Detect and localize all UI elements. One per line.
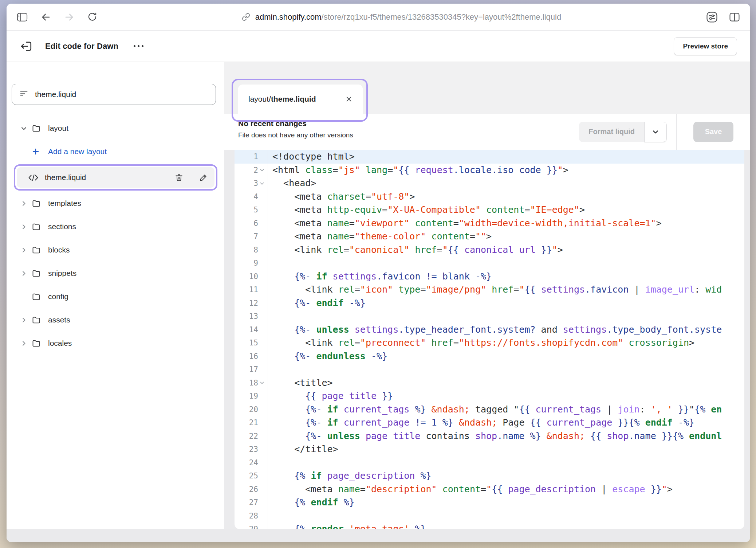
chevron-down-icon[interactable] — [20, 125, 31, 132]
fold-toggle-icon[interactable] — [258, 181, 265, 186]
split-view-icon[interactable] — [729, 12, 740, 22]
code-line[interactable]: 26 <meta name="description" content="{{ … — [235, 483, 744, 496]
sidebar-item-add-a-new-layout[interactable]: Add a new layout — [7, 140, 224, 163]
tab-theme-liquid[interactable]: layout/theme.liquid — [238, 85, 363, 114]
code-line[interactable]: 20 {%- if current_tags %} &ndash; tagged… — [235, 403, 744, 416]
fold-toggle-icon[interactable] — [258, 167, 265, 173]
address-bar[interactable]: admin.shopify.com/store/rzq1xu-f5/themes… — [97, 12, 706, 22]
code-line-text[interactable]: {% render 'meta-tags' %} — [268, 522, 744, 529]
code-line[interactable]: 28 — [235, 509, 744, 523]
delete-icon[interactable] — [174, 173, 184, 182]
code-line-text[interactable]: <meta name="viewport" content="width=dev… — [268, 217, 744, 230]
sidebar-item-snippets[interactable]: snippets — [7, 262, 224, 285]
code-line-text[interactable]: <head> — [268, 177, 744, 190]
code-line[interactable]: 4 <meta charset="utf-8"> — [235, 190, 744, 204]
code-line[interactable]: 18 <title> — [235, 376, 744, 390]
code-editor[interactable]: 1<!doctype html>2<html class="js" lang="… — [235, 150, 744, 529]
chevron-right-icon[interactable] — [20, 247, 31, 254]
forward-icon[interactable] — [64, 12, 74, 22]
more-actions-icon[interactable] — [134, 45, 143, 47]
code-line-text[interactable] — [268, 363, 744, 376]
sidebar-toggle-icon[interactable] — [17, 12, 28, 22]
line-number: 9 — [235, 257, 268, 270]
code-line[interactable]: 7 <meta name="theme-color" content=""> — [235, 230, 744, 243]
code-line[interactable]: 3 <head> — [235, 177, 744, 190]
code-line[interactable]: 27 {% endif %} — [235, 496, 744, 509]
sidebar-item-locales[interactable]: locales — [7, 332, 224, 355]
sidebar-item-layout[interactable]: layout — [7, 117, 224, 140]
code-line-text[interactable]: <link rel="icon" type="image/png" href="… — [268, 283, 744, 297]
code-line[interactable]: 24 — [235, 456, 744, 470]
code-line-text[interactable]: {%- if settings.favicon != blank -%} — [268, 270, 744, 283]
close-icon[interactable] — [345, 95, 353, 103]
chevron-right-icon[interactable] — [20, 223, 31, 230]
file-search[interactable] — [12, 84, 216, 105]
chevron-right-icon[interactable] — [20, 270, 31, 277]
reload-icon[interactable] — [87, 12, 97, 22]
code-line[interactable]: 15 <link rel="preconnect" href="https://… — [235, 336, 744, 350]
sidebar-item-config[interactable]: config — [7, 285, 224, 308]
code-line-text[interactable]: <meta name="description" content="{{ pag… — [268, 483, 744, 496]
code-line-text[interactable]: {{ page_title }} — [268, 390, 744, 403]
code-line[interactable]: 29 {% render 'meta-tags' %} — [235, 522, 744, 529]
code-line-text[interactable]: <link rel="preconnect" href="https://fon… — [268, 336, 744, 350]
back-icon[interactable] — [41, 12, 51, 22]
code-line-text[interactable]: <!doctype html> — [268, 150, 744, 164]
preview-store-button[interactable]: Preview store — [674, 37, 737, 55]
code-line[interactable]: 12 {%- endif -%} — [235, 297, 744, 310]
code-line[interactable]: 16 {%- endunless -%} — [235, 350, 744, 363]
save-button[interactable]: Save — [693, 122, 734, 142]
code-line-text[interactable]: <meta name="theme-color" content=""> — [268, 230, 744, 243]
sidebar-item-theme-liquid[interactable]: theme.liquid — [17, 167, 214, 188]
code-line-text[interactable]: {%- if current_page != 1 %} &ndash; Page… — [268, 416, 744, 430]
code-line[interactable]: 25 {% if page_description %} — [235, 469, 744, 483]
code-line-text[interactable]: <meta charset="utf-8"> — [268, 190, 744, 204]
sidebar-item-blocks[interactable]: blocks — [7, 238, 224, 262]
code-line-text[interactable]: {%- unless page_title contains shop.name… — [268, 430, 744, 443]
code-line[interactable]: 5 <meta http-equiv="X-UA-Compatible" con… — [235, 203, 744, 217]
code-line-text[interactable]: <link rel="canonical" href="{{ canonical… — [268, 243, 744, 257]
rename-icon[interactable] — [199, 173, 208, 182]
code-line-text[interactable] — [268, 257, 744, 270]
code-line-text[interactable]: {%- endif -%} — [268, 297, 744, 310]
code-line-text[interactable] — [268, 509, 744, 523]
code-line[interactable]: 1<!doctype html> — [235, 150, 744, 164]
code-line-text[interactable]: <meta http-equiv="X-UA-Compatible" conte… — [268, 203, 744, 217]
code-line-text[interactable]: {%- if current_tags %} &ndash; tagged "{… — [268, 403, 744, 416]
code-line[interactable]: 22 {%- unless page_title contains shop.n… — [235, 430, 744, 443]
code-line-text[interactable]: <title> — [268, 376, 744, 390]
sidebar-item-label: templates — [48, 199, 81, 208]
format-liquid-caret-button[interactable] — [644, 122, 667, 142]
exit-icon[interactable] — [20, 40, 33, 53]
code-line[interactable]: 23 </title> — [235, 443, 744, 456]
chevron-right-icon[interactable] — [20, 317, 31, 324]
code-line-text[interactable]: {% endif %} — [268, 496, 744, 509]
code-line[interactable]: 9 — [235, 257, 744, 270]
chevron-right-icon[interactable] — [20, 200, 31, 207]
page-settings-icon[interactable] — [706, 11, 718, 23]
code-line[interactable]: 8 <link rel="canonical" href="{{ canonic… — [235, 243, 744, 257]
code-line-text[interactable]: </title> — [268, 443, 744, 456]
code-line-text[interactable]: {%- endunless -%} — [268, 350, 744, 363]
code-line[interactable]: 14 {%- unless settings.type_header_font.… — [235, 323, 744, 337]
code-line-text[interactable] — [268, 310, 744, 323]
code-line[interactable]: 19 {{ page_title }} — [235, 390, 744, 403]
code-line-text[interactable]: {%- unless settings.type_header_font.sys… — [268, 323, 744, 337]
code-line[interactable]: 17 — [235, 363, 744, 376]
format-liquid-button[interactable]: Format liquid — [579, 122, 644, 142]
code-line[interactable]: 10 {%- if settings.favicon != blank -%} — [235, 270, 744, 283]
code-line[interactable]: 11 <link rel="icon" type="image/png" hre… — [235, 283, 744, 297]
code-line-text[interactable]: <html class="js" lang="{{ request.locale… — [268, 164, 744, 177]
sidebar-item-templates[interactable]: templates — [7, 192, 224, 215]
code-line[interactable]: 2<html class="js" lang="{{ request.local… — [235, 164, 744, 177]
code-line-text[interactable]: {% if page_description %} — [268, 469, 744, 483]
code-line[interactable]: 21 {%- if current_page != 1 %} &ndash; P… — [235, 416, 744, 430]
sidebar-item-sections[interactable]: sections — [7, 215, 224, 238]
code-line[interactable]: 13 — [235, 310, 744, 323]
search-input[interactable] — [35, 90, 208, 99]
code-line-text[interactable] — [268, 456, 744, 470]
code-line[interactable]: 6 <meta name="viewport" content="width=d… — [235, 217, 744, 230]
sidebar-item-assets[interactable]: assets — [7, 308, 224, 332]
fold-toggle-icon[interactable] — [258, 380, 265, 385]
chevron-right-icon[interactable] — [20, 340, 31, 347]
